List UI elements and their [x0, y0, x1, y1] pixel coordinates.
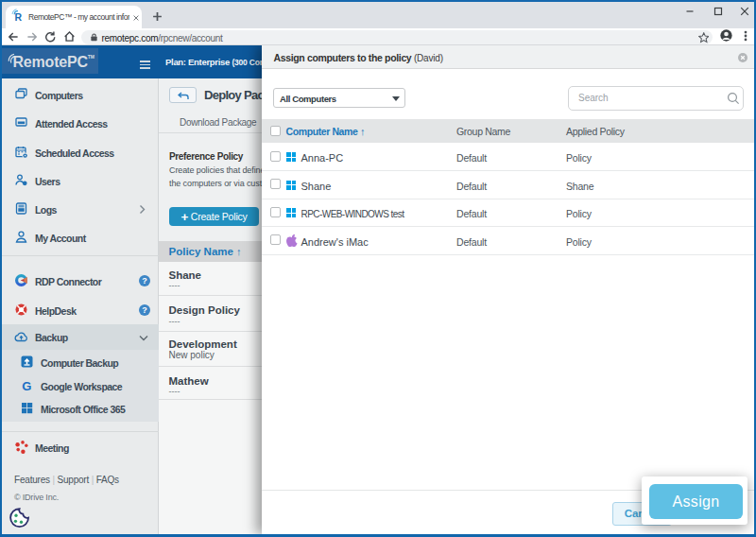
svg-text:R: R [15, 11, 23, 22]
svg-text:G: G [22, 379, 31, 391]
